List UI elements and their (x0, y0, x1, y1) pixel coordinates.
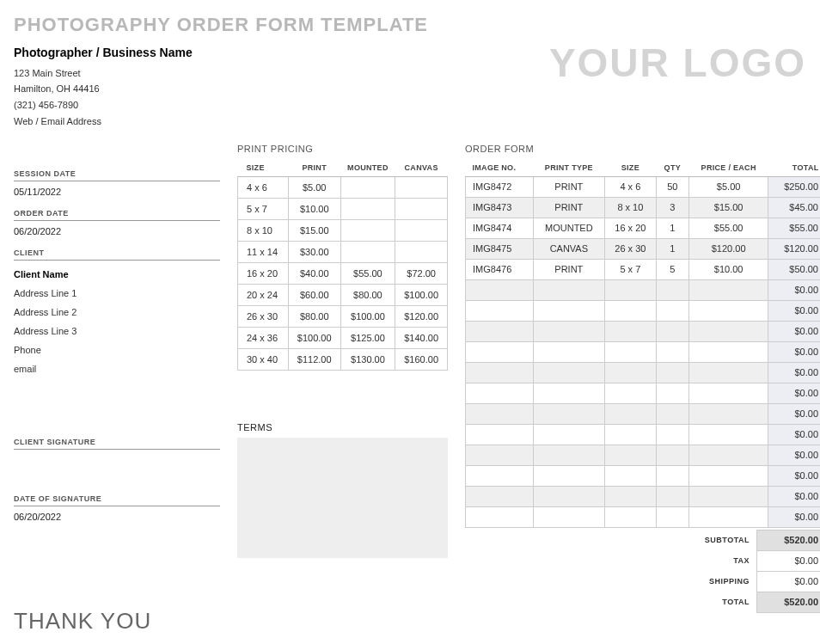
order-cell-size (605, 403, 657, 424)
order-cell-total: $0.00 (768, 445, 820, 465)
order-cell-type (533, 403, 604, 424)
order-cell-qty (656, 383, 688, 403)
pricing-row: 4 x 6$5.00 (238, 176, 448, 198)
order-cell-total: $0.00 (768, 341, 820, 362)
order-cell-qty: 3 (656, 197, 688, 218)
order-cell-qty: 5 (656, 259, 688, 279)
pricing-row: 11 x 14$30.00 (238, 241, 448, 262)
session-date-label: SESSION DATE (14, 169, 220, 181)
order-cell-type (533, 279, 604, 300)
order-cell-price (688, 403, 768, 424)
terms-box (237, 438, 448, 558)
client-address-1: Address Line 1 (14, 288, 220, 298)
order-header-img: IMAGE NO. (466, 159, 534, 177)
order-cell-total: $0.00 (768, 321, 820, 341)
client-address-2: Address Line 2 (14, 307, 220, 317)
business-phone: (321) 456-7890 (14, 97, 193, 113)
order-cell-total: $0.00 (768, 300, 820, 321)
order-cell-img (466, 383, 534, 403)
order-cell-size (605, 506, 657, 527)
order-cell-type: MOUNTED (533, 218, 604, 238)
pricing-header-mounted: MOUNTED (340, 159, 395, 177)
pricing-cell-canvas (395, 176, 448, 198)
pricing-cell-size: 8 x 10 (238, 219, 289, 241)
order-cell-qty: 1 (656, 218, 688, 238)
order-cell-qty (656, 403, 688, 424)
order-cell-price (688, 486, 768, 506)
order-row: $0.00 (466, 506, 821, 527)
order-cell-img (466, 445, 534, 465)
pricing-cell-print: $100.00 (288, 327, 340, 348)
order-cell-img: IMG8474 (466, 218, 534, 238)
pricing-cell-canvas: $160.00 (395, 348, 448, 370)
client-address-3: Address Line 3 (14, 326, 220, 336)
order-cell-img (466, 362, 534, 383)
terms-title: TERMS (237, 422, 448, 432)
business-web: Web / Email Address (14, 113, 193, 130)
date-of-signature-value: 06/20/2022 (14, 512, 220, 522)
order-cell-qty: 1 (656, 238, 688, 259)
order-row: $0.00 (466, 445, 821, 465)
order-cell-img (466, 341, 534, 362)
order-row: $0.00 (466, 403, 821, 424)
subtotal-label: SUBTOTAL (465, 530, 757, 550)
order-cell-price (688, 424, 768, 445)
pricing-cell-mounted: $80.00 (340, 284, 395, 305)
order-cell-total: $0.00 (768, 506, 820, 527)
order-date-value: 06/20/2022 (14, 226, 220, 236)
order-cell-size (605, 445, 657, 465)
order-cell-img (466, 465, 534, 486)
client-email: email (14, 364, 220, 374)
order-cell-size: 16 x 20 (605, 218, 657, 238)
order-cell-total: $0.00 (768, 465, 820, 486)
order-cell-type: PRINT (533, 197, 604, 218)
order-cell-price: $55.00 (688, 218, 768, 238)
order-row: IMG8473PRINT8 x 103$15.00$45.00 (466, 197, 821, 218)
pricing-cell-mounted (340, 241, 395, 262)
order-cell-type (533, 383, 604, 403)
date-of-signature-label: DATE OF SIGNATURE (14, 494, 220, 506)
client-signature-label: CLIENT SIGNATURE (14, 438, 220, 450)
order-row: $0.00 (466, 362, 821, 383)
pricing-cell-print: $30.00 (288, 241, 340, 262)
pricing-cell-print: $15.00 (288, 219, 340, 241)
order-cell-price: $10.00 (688, 259, 768, 279)
order-cell-total: $0.00 (768, 362, 820, 383)
pricing-row: 26 x 30$80.00$100.00$120.00 (238, 305, 448, 327)
pricing-cell-print: $40.00 (288, 262, 340, 284)
tax-label: TAX (465, 550, 757, 571)
order-row: IMG8472PRINT4 x 650$5.00$250.00 (466, 176, 821, 197)
order-cell-qty (656, 486, 688, 506)
page-title: PHOTOGRAPHY ORDER FORM TEMPLATE (14, 14, 806, 36)
order-table: IMAGE NO. PRINT TYPE SIZE QTY PRICE / EA… (465, 159, 820, 528)
order-cell-qty (656, 506, 688, 527)
shipping-value: $0.00 (757, 571, 821, 592)
pricing-row: 30 x 40$112.00$130.00$160.00 (238, 348, 448, 370)
order-cell-size (605, 424, 657, 445)
pricing-cell-canvas: $120.00 (395, 305, 448, 327)
business-address-2: Hamilton, OH 44416 (14, 81, 193, 97)
order-cell-img (466, 300, 534, 321)
order-row: IMG8475CANVAS26 x 301$120.00$120.00 (466, 238, 821, 259)
pricing-row: 24 x 36$100.00$125.00$140.00 (238, 327, 448, 348)
order-header-price: PRICE / EACH (688, 159, 768, 177)
order-cell-type (533, 424, 604, 445)
pricing-cell-print: $80.00 (288, 305, 340, 327)
order-cell-type (533, 486, 604, 506)
order-cell-size (605, 341, 657, 362)
client-name: Client Name (14, 269, 220, 279)
pricing-cell-mounted: $130.00 (340, 348, 395, 370)
order-cell-price (688, 321, 768, 341)
order-row: $0.00 (466, 341, 821, 362)
pricing-row: 20 x 24$60.00$80.00$100.00 (238, 284, 448, 305)
order-cell-type (533, 321, 604, 341)
order-cell-qty (656, 321, 688, 341)
order-cell-img (466, 486, 534, 506)
order-cell-type (533, 300, 604, 321)
order-cell-img: IMG8473 (466, 197, 534, 218)
order-cell-price (688, 341, 768, 362)
business-address-1: 123 Main Street (14, 65, 193, 82)
order-cell-qty (656, 465, 688, 486)
order-header-qty: QTY (656, 159, 688, 177)
order-cell-total: $250.00 (768, 176, 820, 197)
